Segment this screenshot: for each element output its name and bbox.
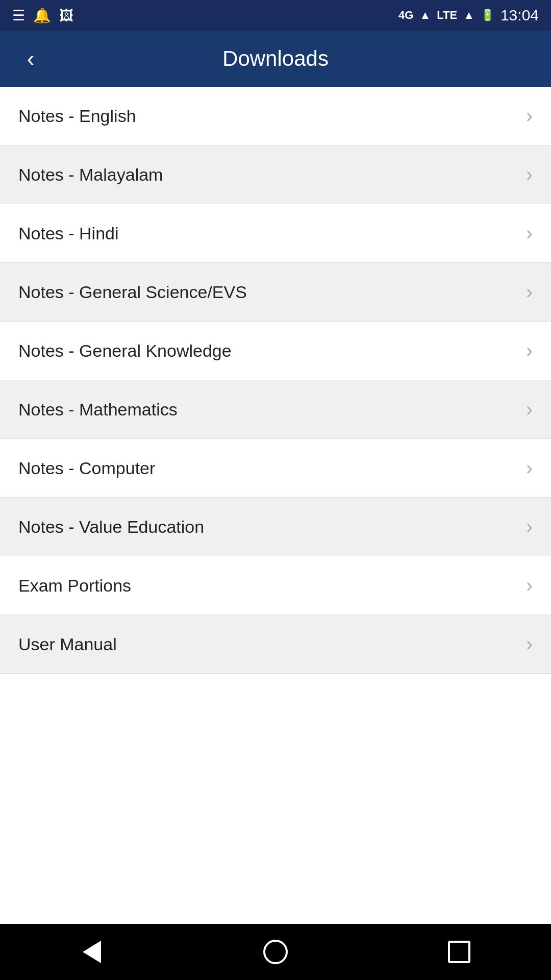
chevron-right-icon: ›	[526, 281, 533, 303]
signal-icon: ▲	[419, 9, 431, 22]
list-item-label: Notes - English	[18, 106, 136, 126]
list-item[interactable]: Exam Portions›	[0, 556, 551, 615]
status-bar-right: 4G ▲ LTE ▲ 🔋 13:04	[398, 7, 539, 24]
image-icon: 🖼	[59, 7, 73, 24]
status-bar: ☰ 🔔 🖼 4G ▲ LTE ▲ 🔋 13:04	[0, 0, 551, 31]
chevron-right-icon: ›	[526, 633, 533, 655]
list-item-label: Notes - General Knowledge	[18, 341, 232, 361]
list-item[interactable]: Notes - English›	[0, 87, 551, 145]
list-item[interactable]: Notes - General Science/EVS›	[0, 263, 551, 322]
back-button[interactable]: ‹	[15, 43, 46, 74]
nav-recent-button[interactable]	[439, 932, 480, 972]
bottom-navigation	[0, 924, 551, 980]
list-item-label: Notes - Computer	[18, 458, 155, 478]
list-item[interactable]: Notes - Computer›	[0, 439, 551, 498]
downloads-list: Notes - English›Notes - Malayalam›Notes …	[0, 87, 551, 924]
list-item-label: Exam Portions	[18, 576, 131, 596]
menu-icon: ☰	[12, 7, 25, 24]
nav-back-button[interactable]	[71, 932, 112, 972]
list-item[interactable]: User Manual›	[0, 615, 551, 674]
list-item-label: Notes - Mathematics	[18, 400, 178, 420]
signal-icon-2: ▲	[463, 9, 474, 22]
list-item[interactable]: Notes - Value Education›	[0, 498, 551, 556]
chevron-right-icon: ›	[526, 575, 533, 597]
chevron-right-icon: ›	[526, 399, 533, 421]
chevron-right-icon: ›	[526, 340, 533, 362]
chevron-right-icon: ›	[526, 457, 533, 479]
list-item[interactable]: Notes - Hindi›	[0, 204, 551, 263]
back-triangle-icon	[83, 941, 101, 963]
list-item[interactable]: Notes - Malayalam›	[0, 145, 551, 204]
chevron-right-icon: ›	[526, 516, 533, 538]
status-time: 13:04	[500, 7, 539, 24]
home-circle-icon	[263, 940, 288, 964]
list-item-label: Notes - Hindi	[18, 224, 119, 243]
list-item-label: Notes - Value Education	[18, 517, 204, 537]
list-item-label: Notes - Malayalam	[18, 165, 163, 185]
chevron-right-icon: ›	[526, 164, 533, 186]
nav-home-button[interactable]	[255, 932, 296, 972]
chevron-right-icon: ›	[526, 105, 533, 127]
chevron-right-icon: ›	[526, 223, 533, 244]
header: ‹ Downloads	[0, 31, 551, 87]
list-item[interactable]: Notes - Mathematics›	[0, 380, 551, 439]
status-bar-left: ☰ 🔔 🖼	[12, 7, 73, 24]
notification-icon: 🔔	[33, 7, 51, 24]
recent-square-icon	[448, 941, 470, 963]
page-title: Downloads	[222, 46, 329, 71]
network-4g-label: 4G	[398, 9, 413, 22]
list-item-label: User Manual	[18, 634, 117, 654]
list-item[interactable]: Notes - General Knowledge›	[0, 322, 551, 380]
list-item-label: Notes - General Science/EVS	[18, 282, 247, 302]
lte-label: LTE	[437, 9, 457, 22]
battery-icon: 🔋	[481, 9, 494, 22]
